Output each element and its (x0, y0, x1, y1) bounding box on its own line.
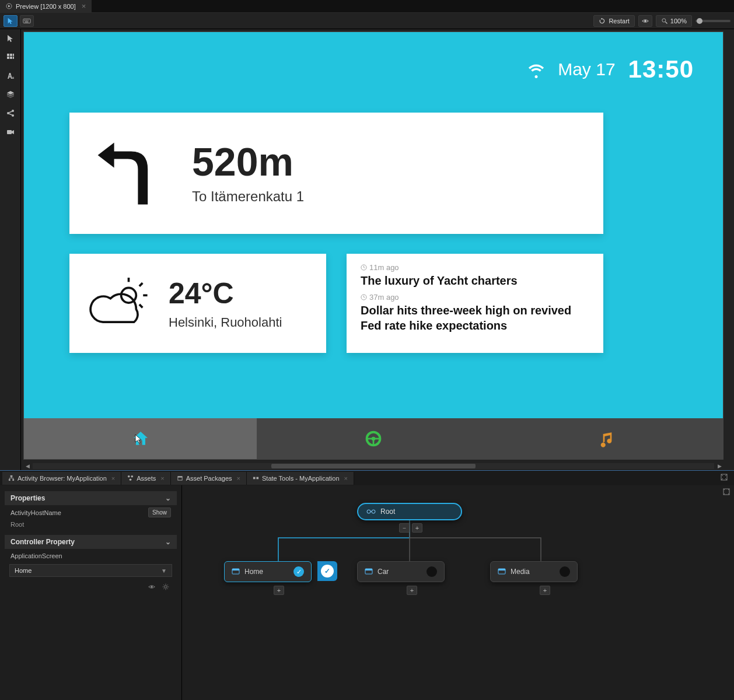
close-icon[interactable]: × (111, 475, 115, 482)
svg-marker-28 (12, 130, 14, 134)
eye-icon (641, 17, 649, 25)
preview-toolbar: Restart 100% (0, 13, 734, 29)
home-icon (131, 429, 150, 448)
preview-tab[interactable]: Preview [1200 x 800] × (0, 0, 92, 12)
svg-rect-13 (13, 54, 14, 56)
chevron-down-icon: ▼ (161, 568, 167, 574)
keyboard-mode-button[interactable] (20, 15, 34, 27)
tab-activity-browser[interactable]: Activity Browser: MyApplication × (2, 472, 121, 485)
node-label: Media (511, 568, 530, 576)
nav-tab-home[interactable] (24, 418, 257, 459)
vertical-tool-strip (0, 29, 21, 470)
select-value: Home (15, 567, 32, 574)
state-node-car[interactable]: Car (357, 561, 445, 582)
add-child-button[interactable]: + (540, 586, 550, 595)
close-icon[interactable]: × (82, 2, 86, 10)
svg-rect-41 (11, 475, 13, 477)
state-indicator (560, 566, 570, 577)
state-node-home[interactable]: Home ✓ (224, 561, 312, 582)
add-child-button[interactable]: + (412, 523, 422, 533)
nav-tab-media[interactable] (490, 418, 723, 459)
tab-state-tools[interactable]: State Tools - MyApplication × (247, 472, 354, 485)
svg-rect-11 (7, 54, 9, 56)
nav-destination: To Itämerenkatu 1 (192, 188, 304, 205)
tab-asset-packages[interactable]: Asset Packages × (171, 472, 247, 485)
scroll-right-icon[interactable]: ▶ (715, 462, 723, 470)
svg-rect-49 (253, 477, 256, 480)
show-button[interactable]: Show (148, 508, 171, 517)
property-label: ApplicationScreen (11, 552, 62, 559)
canvas-horizontal-scrollbar[interactable]: ◀ ▶ (23, 462, 723, 470)
scrollbar-thumb[interactable] (271, 464, 476, 468)
visibility-button[interactable] (638, 15, 652, 27)
state-node-root[interactable]: Root (357, 503, 462, 520)
property-value: Root (5, 520, 177, 531)
zoom-slider-thumb[interactable] (697, 18, 702, 24)
wifi-icon (527, 61, 545, 78)
screen-icon (232, 568, 240, 575)
share-tool[interactable] (4, 106, 18, 120)
text-tool[interactable] (4, 69, 18, 83)
svg-line-25 (9, 111, 12, 113)
svg-rect-6 (25, 21, 29, 22)
svg-marker-7 (601, 18, 602, 19)
news-headline: Dollar hits three-week high on revived F… (361, 303, 589, 333)
svg-line-31 (139, 283, 143, 286)
grid-tool[interactable] (4, 50, 18, 64)
status-time: 13:50 (628, 55, 694, 83)
hierarchy-icon (8, 475, 15, 481)
node-label: Home (244, 568, 263, 576)
add-child-button[interactable]: + (407, 586, 417, 595)
collapse-toggle[interactable]: – (399, 523, 410, 533)
bottom-tab-strip: Activity Browser: MyApplication × Assets… (0, 470, 734, 485)
close-icon[interactable]: × (237, 475, 240, 482)
news-timestamp: 37m ago (361, 293, 589, 302)
svg-rect-59 (232, 569, 239, 570)
state-node-media[interactable]: Media (490, 561, 578, 582)
svg-rect-50 (256, 477, 258, 480)
gear-icon[interactable] (162, 583, 170, 591)
application-screen-select[interactable]: Home ▼ (9, 564, 172, 577)
svg-rect-39 (367, 438, 379, 440)
camera-tool[interactable] (4, 125, 18, 139)
select-tool[interactable] (4, 32, 18, 46)
properties-pane: Properties ⌄ ActivityHostName Show Root … (0, 485, 182, 700)
node-label: Car (378, 568, 389, 576)
tab-label: Asset Packages (186, 475, 232, 482)
state-graph-pane[interactable]: Root – + Home ✓ ✓ + Car + Media + (182, 485, 734, 700)
nav-tab-car[interactable] (257, 418, 490, 459)
properties-section-header[interactable]: Properties ⌄ (5, 491, 177, 505)
tab-label: Assets (137, 475, 156, 482)
zoom-display[interactable]: 100% (656, 15, 692, 27)
svg-line-26 (9, 114, 12, 115)
activate-state-button[interactable]: ✓ (317, 561, 337, 581)
controller-section-header[interactable]: Controller Property ⌄ (5, 535, 177, 549)
svg-rect-63 (498, 569, 505, 570)
svg-rect-5 (27, 20, 29, 20)
restart-icon (599, 18, 606, 24)
eye-icon[interactable] (148, 583, 156, 591)
add-child-button[interactable]: + (274, 586, 284, 595)
news-card[interactable]: 11m ago The luxury of Yacht charters 37m… (347, 254, 603, 353)
scroll-left-icon[interactable]: ◀ (23, 462, 32, 470)
close-icon[interactable]: × (160, 475, 164, 482)
expand-icon[interactable] (720, 473, 728, 481)
nav-distance: 520m (192, 142, 304, 181)
navigation-card[interactable]: 520m To Itämerenkatu 1 (69, 113, 603, 234)
close-icon[interactable]: × (344, 475, 348, 482)
keyboard-icon (23, 17, 31, 25)
play-icon (6, 3, 12, 9)
cursor-mode-button[interactable] (4, 15, 18, 27)
dashboard-nav-bar (24, 418, 723, 459)
zoom-slider[interactable] (695, 20, 730, 22)
layers-tool[interactable] (4, 88, 18, 102)
svg-point-9 (662, 18, 666, 22)
state-icon (253, 475, 259, 481)
property-label: ActivityHostName (11, 509, 61, 516)
fit-view-icon[interactable] (722, 488, 730, 498)
svg-point-44 (128, 475, 130, 478)
weather-card[interactable]: 24°C Helsinki, Ruoholahti (69, 254, 326, 353)
restart-button[interactable]: Restart (593, 15, 634, 27)
tab-assets[interactable]: Assets × (121, 472, 170, 485)
svg-point-46 (130, 478, 132, 481)
